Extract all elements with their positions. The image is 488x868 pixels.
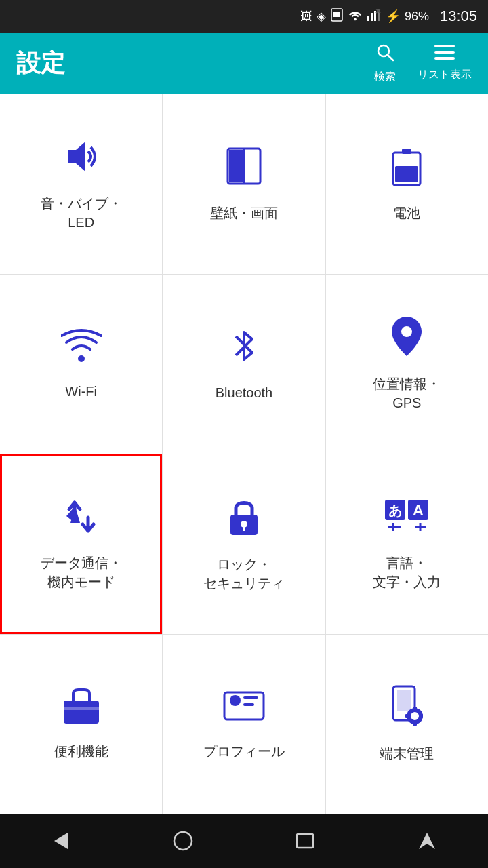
svg-rect-30 <box>64 701 99 724</box>
status-time: 13:05 <box>440 7 477 25</box>
svg-rect-13 <box>434 57 455 60</box>
battery-icon <box>390 146 424 193</box>
device-label: 端末管理 <box>380 744 434 763</box>
toolbar-actions: 検索 リスト表示 <box>374 42 472 84</box>
grid-item-bluetooth[interactable]: Bluetooth <box>163 275 325 454</box>
svg-rect-12 <box>434 51 455 54</box>
data-icon <box>61 497 102 542</box>
svg-text:あ: あ <box>388 503 402 518</box>
svg-text:A: A <box>413 502 424 519</box>
svg-rect-1 <box>333 12 340 17</box>
recents-button[interactable] <box>285 821 325 861</box>
settings-grid: 音・バイブ・LED 壁紙・画面 電池 <box>0 94 488 814</box>
svg-rect-46 <box>297 834 313 848</box>
svg-point-45 <box>174 832 192 850</box>
svg-rect-3 <box>367 16 369 21</box>
battery-status-icon: ⚡ <box>386 9 401 24</box>
signal-icon <box>367 9 382 24</box>
grid-item-location[interactable]: 位置情報・GPS <box>326 275 488 454</box>
home-button[interactable] <box>163 821 203 861</box>
svg-point-21 <box>78 355 85 362</box>
list-view-button[interactable]: リスト表示 <box>418 44 472 82</box>
back-button[interactable] <box>41 821 81 861</box>
grid-item-device[interactable]: 端末管理 <box>326 635 488 814</box>
language-icon: あ A <box>384 497 430 542</box>
grid-item-lock[interactable]: ロック・セキュリティ <box>163 454 325 634</box>
utility-icon <box>61 687 102 731</box>
list-label: リスト表示 <box>418 68 472 82</box>
grid-item-wifi[interactable]: Wi-Fi <box>0 275 162 454</box>
svg-rect-32 <box>224 692 264 719</box>
sound-label: 音・バイブ・LED <box>41 194 122 232</box>
wifi-label: Wi-Fi <box>65 382 97 401</box>
list-icon <box>434 44 455 65</box>
svg-rect-40 <box>413 707 417 710</box>
svg-line-10 <box>388 55 393 60</box>
svg-marker-14 <box>68 142 85 172</box>
svg-point-22 <box>401 326 412 337</box>
grid-item-battery[interactable]: 電池 <box>326 94 488 274</box>
svg-rect-34 <box>243 696 258 699</box>
svg-rect-20 <box>395 166 418 182</box>
svg-rect-19 <box>402 149 411 154</box>
location-icon <box>389 315 424 363</box>
location-label: 位置情報・GPS <box>373 374 441 412</box>
svg-point-33 <box>230 695 241 706</box>
svg-point-39 <box>411 712 419 720</box>
toolbar: 設定 検索 リスト表示 <box>0 33 488 94</box>
svg-rect-11 <box>434 45 455 47</box>
lock-label: ロック・セキュリティ <box>203 555 285 593</box>
data-label: データ通信・機内モード <box>41 553 122 591</box>
grid-item-profile[interactable]: プロフィール <box>163 635 325 814</box>
grid-item-data[interactable]: データ通信・機内モード <box>0 454 162 634</box>
svg-rect-37 <box>397 690 411 711</box>
profile-label: プロフィール <box>203 742 285 761</box>
wifi-status-icon <box>348 9 363 24</box>
svg-marker-47 <box>419 833 435 849</box>
profile-icon <box>223 687 265 731</box>
grid-item-language[interactable]: あ A 言語・文字・入力 <box>326 454 488 634</box>
svg-rect-41 <box>413 722 417 726</box>
battery-percent: 96% <box>405 9 429 24</box>
svg-rect-43 <box>420 714 423 718</box>
page-title: 設定 <box>16 47 374 80</box>
svg-rect-4 <box>371 13 373 21</box>
bluetooth-label: Bluetooth <box>216 383 273 402</box>
device-icon <box>389 685 424 733</box>
search-button[interactable]: 検索 <box>374 42 396 84</box>
sim-icon <box>330 8 344 25</box>
status-icons: 🖼 ◈ <box>300 8 429 25</box>
search-label: 検索 <box>374 70 396 84</box>
rotate-icon: ◈ <box>317 9 326 24</box>
svg-point-2 <box>354 18 357 20</box>
lock-icon <box>226 496 262 544</box>
language-label: 言語・文字・入力 <box>373 553 441 591</box>
bottom-nav <box>0 814 488 868</box>
image-icon: 🖼 <box>300 9 312 24</box>
bluetooth-icon <box>228 326 260 372</box>
wifi-icon <box>61 328 102 371</box>
utility-label: 便利機能 <box>54 742 108 761</box>
grid-item-utility[interactable]: 便利機能 <box>0 635 162 814</box>
grid-item-wallpaper[interactable]: 壁紙・画面 <box>163 94 325 274</box>
battery-label: 電池 <box>393 203 420 222</box>
grid-item-sound[interactable]: 音・バイブ・LED <box>0 94 162 274</box>
svg-rect-25 <box>243 526 245 531</box>
wallpaper-icon <box>225 146 263 193</box>
menu-button[interactable] <box>407 821 447 861</box>
svg-rect-42 <box>405 714 409 718</box>
wallpaper-label: 壁紙・画面 <box>210 203 278 222</box>
svg-rect-31 <box>64 707 99 710</box>
sound-icon <box>61 136 102 183</box>
search-icon <box>375 42 395 67</box>
svg-marker-44 <box>54 833 68 849</box>
status-bar: 🖼 ◈ <box>0 0 488 33</box>
svg-rect-35 <box>243 703 254 706</box>
